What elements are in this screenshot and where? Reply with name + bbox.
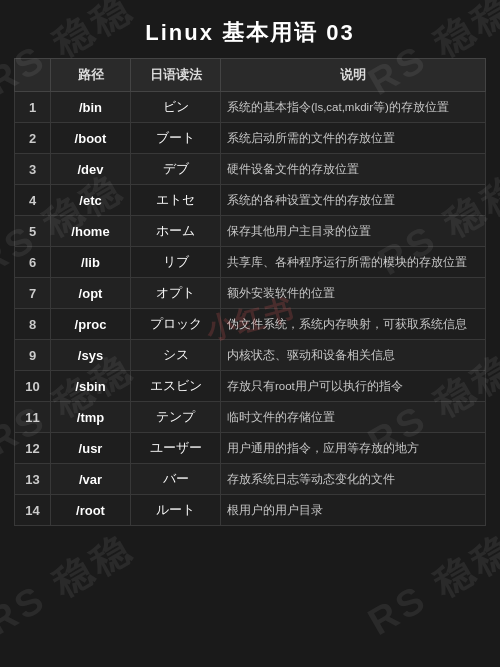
cell-path: /etc xyxy=(51,185,131,216)
cell-num: 10 xyxy=(15,371,51,402)
cell-desc: 内核状态、驱动和设备相关信息 xyxy=(221,340,486,371)
table-row: 3/devデブ硬件设备文件的存放位置 xyxy=(15,154,486,185)
cell-path: /dev xyxy=(51,154,131,185)
cell-jp: オプト xyxy=(131,278,221,309)
cell-desc: 额外安装软件的位置 xyxy=(221,278,486,309)
watermark-bl2: RS 稳稳 xyxy=(0,524,141,648)
cell-path: /var xyxy=(51,464,131,495)
col-header-desc: 说明 xyxy=(221,59,486,92)
table-row: 1/binビン系统的基本指令(ls,cat,mkdir等)的存放位置 xyxy=(15,92,486,123)
table-row: 12/usrユーザー用户通用的指令，应用等存放的地方 xyxy=(15,433,486,464)
cell-jp: デブ xyxy=(131,154,221,185)
cell-num: 8 xyxy=(15,309,51,340)
col-header-jp: 日语读法 xyxy=(131,59,221,92)
cell-jp: ルート xyxy=(131,495,221,526)
table-row: 4/etcエトセ系统的各种设置文件的存放位置 xyxy=(15,185,486,216)
table-row: 13/varバー存放系统日志等动态变化的文件 xyxy=(15,464,486,495)
cell-num: 14 xyxy=(15,495,51,526)
cell-desc: 共享库、各种程序运行所需的模块的存放位置 xyxy=(221,247,486,278)
cell-num: 12 xyxy=(15,433,51,464)
cell-path: /usr xyxy=(51,433,131,464)
cell-jp: テンプ xyxy=(131,402,221,433)
cell-path: /home xyxy=(51,216,131,247)
cell-desc: 存放系统日志等动态变化的文件 xyxy=(221,464,486,495)
cell-path: /root xyxy=(51,495,131,526)
col-header-path: 路径 xyxy=(51,59,131,92)
table-row: 5/homeホーム保存其他用户主目录的位置 xyxy=(15,216,486,247)
table-row: 8/procプロック伪文件系统，系统内存映射，可获取系统信息 xyxy=(15,309,486,340)
cell-path: /lib xyxy=(51,247,131,278)
cell-jp: ビン xyxy=(131,92,221,123)
cell-num: 5 xyxy=(15,216,51,247)
page-title: Linux 基本用语 03 xyxy=(0,0,500,58)
cell-desc: 系统的基本指令(ls,cat,mkdir等)的存放位置 xyxy=(221,92,486,123)
cell-desc: 存放只有root用户可以执行的指令 xyxy=(221,371,486,402)
cell-num: 2 xyxy=(15,123,51,154)
cell-num: 7 xyxy=(15,278,51,309)
cell-num: 1 xyxy=(15,92,51,123)
table-row: 10/sbinエスビン存放只有root用户可以执行的指令 xyxy=(15,371,486,402)
col-header-num xyxy=(15,59,51,92)
cell-desc: 临时文件的存储位置 xyxy=(221,402,486,433)
cell-jp: ブート xyxy=(131,123,221,154)
cell-desc: 根用户的用户目录 xyxy=(221,495,486,526)
cell-path: /boot xyxy=(51,123,131,154)
table-body: 1/binビン系统的基本指令(ls,cat,mkdir等)的存放位置2/boot… xyxy=(15,92,486,526)
cell-path: /tmp xyxy=(51,402,131,433)
table-row: 6/libリブ共享库、各种程序运行所需的模块的存放位置 xyxy=(15,247,486,278)
cell-num: 11 xyxy=(15,402,51,433)
cell-num: 6 xyxy=(15,247,51,278)
cell-desc: 硬件设备文件的存放位置 xyxy=(221,154,486,185)
cell-jp: エトセ xyxy=(131,185,221,216)
cell-num: 4 xyxy=(15,185,51,216)
cell-path: /bin xyxy=(51,92,131,123)
cell-num: 13 xyxy=(15,464,51,495)
cell-path: /opt xyxy=(51,278,131,309)
linux-table: 路径 日语读法 说明 1/binビン系统的基本指令(ls,cat,mkdir等)… xyxy=(14,58,486,526)
table-row: 2/bootブート系统启动所需的文件的存放位置 xyxy=(15,123,486,154)
cell-desc: 伪文件系统，系统内存映射，可获取系统信息 xyxy=(221,309,486,340)
cell-jp: リブ xyxy=(131,247,221,278)
watermark-br2: RS 稳稳 xyxy=(359,524,500,648)
cell-desc: 系统的各种设置文件的存放位置 xyxy=(221,185,486,216)
table-header: 路径 日语读法 说明 xyxy=(15,59,486,92)
cell-jp: バー xyxy=(131,464,221,495)
cell-path: /sys xyxy=(51,340,131,371)
cell-path: /sbin xyxy=(51,371,131,402)
cell-path: /proc xyxy=(51,309,131,340)
cell-num: 3 xyxy=(15,154,51,185)
table-row: 7/optオプト额外安装软件的位置 xyxy=(15,278,486,309)
cell-num: 9 xyxy=(15,340,51,371)
cell-desc: 用户通用的指令，应用等存放的地方 xyxy=(221,433,486,464)
cell-jp: エスビン xyxy=(131,371,221,402)
table-row: 11/tmpテンプ临时文件的存储位置 xyxy=(15,402,486,433)
main-table-container: 路径 日语读法 说明 1/binビン系统的基本指令(ls,cat,mkdir等)… xyxy=(0,58,500,540)
cell-jp: ホーム xyxy=(131,216,221,247)
cell-jp: ユーザー xyxy=(131,433,221,464)
cell-desc: 系统启动所需的文件的存放位置 xyxy=(221,123,486,154)
table-row: 14/rootルート根用户的用户目录 xyxy=(15,495,486,526)
cell-jp: シス xyxy=(131,340,221,371)
table-row: 9/sysシス内核状态、驱动和设备相关信息 xyxy=(15,340,486,371)
cell-jp: プロック xyxy=(131,309,221,340)
cell-desc: 保存其他用户主目录的位置 xyxy=(221,216,486,247)
